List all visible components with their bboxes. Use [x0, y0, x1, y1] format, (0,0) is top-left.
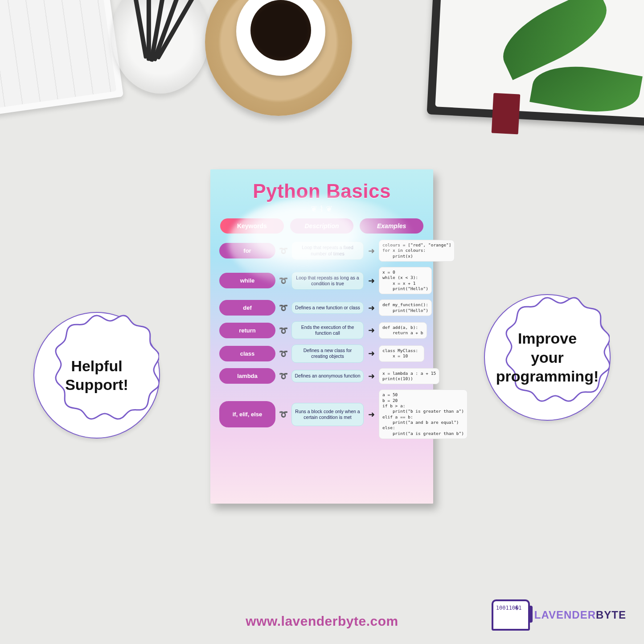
- poster-row: lambda ➰ Defines an anonymous function ➜…: [219, 368, 424, 385]
- header-keywords: Keywords: [220, 218, 284, 234]
- connector-icon: ➰: [279, 410, 288, 418]
- poster-row: class ➰ Defines a new class for creating…: [219, 345, 424, 362]
- keyword-pill: def: [219, 300, 275, 316]
- badge-text: Helpful Support!: [53, 357, 140, 394]
- arrow-icon: ➜: [367, 371, 375, 381]
- keyword-pill: for: [219, 243, 275, 258]
- poster-row: return ➰ Ends the execution of the funct…: [219, 321, 424, 339]
- brand-text: LAVENDERBYTE: [534, 609, 626, 621]
- example-box: a = 50 b = 20 if b > a: print("b is grea…: [379, 390, 468, 439]
- poster-row: while ➰ Loop that repeats as long as a c…: [219, 267, 424, 294]
- brand-text-b: BYTE: [596, 609, 626, 621]
- poster-title: Python Basics: [219, 180, 424, 202]
- description-box: Defines a new function or class: [291, 302, 364, 314]
- poster-rows: for ➰ Loop that repeats a fixed number o…: [219, 240, 424, 439]
- connector-icon: ➰: [279, 304, 288, 312]
- arrow-icon: ➜: [367, 276, 375, 286]
- arrow-icon: ➜: [367, 303, 375, 313]
- description-box: Runs a block code only when a certain co…: [291, 403, 364, 426]
- keyword-pill: return: [219, 323, 275, 338]
- description-box: Defines a new class for creating objects: [291, 345, 364, 362]
- example-box: def my_function(): print("Hello"): [379, 299, 432, 316]
- badge-helpful-support: Helpful Support!: [33, 312, 160, 439]
- flourish-icon: ❦ ⌇ ❦: [219, 204, 424, 214]
- header-description: Description: [290, 218, 354, 234]
- brand-logo-icon: [492, 599, 530, 631]
- stage: Helpful Support! Improve your programmin…: [0, 0, 644, 644]
- description-box: Loop that repeats as long as a condition…: [291, 272, 364, 290]
- example-box: def add(a, b): return a + b: [379, 322, 427, 339]
- connector-icon: ➰: [279, 276, 288, 285]
- example-box: x = 0 while (x < 3): x = x + 1 print("He…: [379, 267, 432, 294]
- arrow-icon: ➜: [367, 349, 375, 358]
- arrow-icon: ➜: [367, 410, 375, 419]
- example-box: class MyClass: x = 10: [379, 345, 424, 362]
- keyword-pill: if, elif, else: [219, 401, 275, 427]
- poster-row: for ➰ Loop that repeats a fixed number o…: [219, 240, 424, 262]
- arrow-icon: ➜: [367, 246, 375, 256]
- description-box: Loop that repeats a fixed number of time…: [291, 242, 364, 259]
- poster-row: def ➰ Defines a new function or class ➜ …: [219, 299, 424, 316]
- description-box: Ends the execution of the function call: [291, 321, 364, 339]
- badge-improve-programming: Improve your programming!: [484, 294, 611, 421]
- poster-header-row: Keywords Description Examples: [220, 218, 423, 234]
- arrow-icon: ➜: [367, 325, 375, 335]
- keyboard-prop: [0, 0, 123, 116]
- bookmark-prop: [492, 93, 521, 134]
- description-box: Defines an anonymous function: [291, 370, 364, 382]
- python-basics-poster: Python Basics ❦ ⌇ ❦ Keywords Description…: [210, 169, 433, 504]
- keyword-pill: while: [219, 273, 275, 288]
- connector-icon: ➰: [279, 372, 288, 380]
- connector-icon: ➰: [279, 349, 288, 358]
- example-box: x = lambda a : a + 15 print(x(10)): [379, 368, 439, 385]
- badge-text: Improve your programming!: [484, 329, 610, 386]
- brand: LAVENDERBYTE: [492, 599, 626, 631]
- brand-text-a: LAVENDER: [534, 609, 596, 621]
- connector-icon: ➰: [279, 326, 288, 335]
- connector-icon: ➰: [279, 246, 288, 255]
- keyword-pill: class: [219, 346, 275, 361]
- example-box: colours = ["red", "orange"] for x in col…: [379, 240, 455, 262]
- keyword-pill: lambda: [219, 368, 275, 384]
- poster-row: if, elif, else ➰ Runs a block code only …: [219, 390, 424, 439]
- header-examples: Examples: [360, 218, 423, 234]
